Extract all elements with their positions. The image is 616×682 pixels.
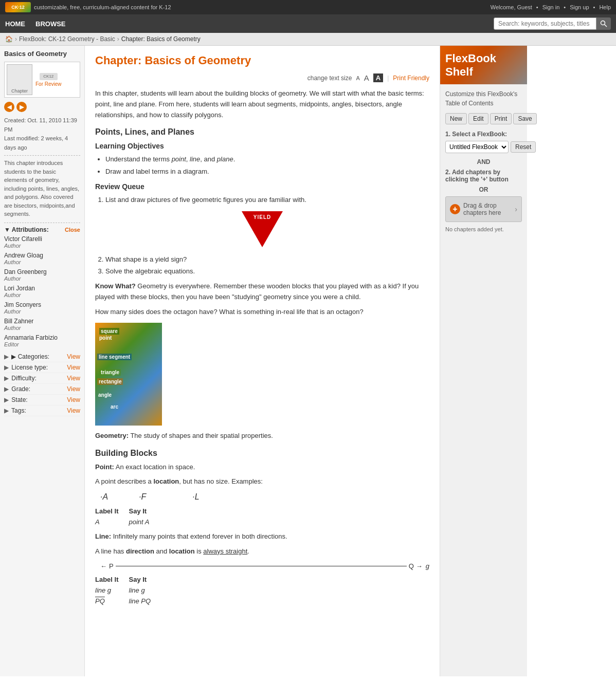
categories-view[interactable]: View	[67, 353, 80, 360]
shelf-reset-button[interactable]: Reset	[511, 141, 536, 153]
flexbook-link[interactable]: FlexBook: CK-12 Geometry - Basic	[19, 35, 115, 43]
sign-in-link[interactable]: Sign in	[542, 4, 560, 10]
difficulty-label: ▶ Difficulty:	[4, 375, 37, 382]
state-view[interactable]: View	[67, 396, 80, 403]
shelf-and-label: AND	[445, 158, 522, 165]
line-say-pq: line PQ	[129, 596, 161, 606]
point-A-label: ·A	[100, 492, 108, 501]
geo-label-rectangle: rectangle	[97, 378, 123, 385]
line-segment	[116, 566, 407, 566]
attributions-label: ▼ Attributions:	[4, 226, 49, 233]
review-queue-list: List and draw pictures of five geometric…	[95, 194, 429, 206]
review-item-1: What shape is a yield sign?	[105, 253, 429, 265]
next-chapter-button[interactable]: ▶	[16, 102, 27, 112]
shelf-drag-area[interactable]: + Drag & drop chapters here ›	[445, 196, 522, 222]
location-bold: location	[153, 477, 179, 485]
line-label-pq: PQ	[95, 596, 129, 606]
line-label-row-g: line g line g	[95, 585, 161, 596]
breadcrumb-sep1: ›	[15, 35, 17, 43]
geo-label-arc: arc	[111, 404, 118, 410]
license-row: ▶ License type: View	[4, 362, 80, 373]
line-say-g: line g	[129, 585, 161, 596]
shelf-new-button[interactable]: New	[445, 113, 467, 124]
search-input[interactable]	[494, 17, 596, 30]
point-A-container: ·A	[100, 492, 108, 502]
text-size-small[interactable]: A	[356, 75, 359, 81]
sidebar-arrows: ◀ ▶	[4, 102, 80, 112]
attributions-section: ▼ Attributions: Close Victor Cifarelli A…	[4, 226, 80, 347]
breadcrumb-current: Chapter: Basics of Geometry	[121, 35, 201, 43]
browse-link[interactable]: BROWSE	[35, 20, 66, 28]
license-view[interactable]: View	[67, 364, 80, 371]
shelf-print-button[interactable]: Print	[490, 113, 512, 124]
attributions-close[interactable]: Close	[65, 227, 80, 233]
yield-sign-container: YIELD	[95, 211, 429, 248]
svg-line-1	[605, 25, 607, 27]
shelf-plus-button[interactable]: +	[450, 204, 460, 214]
line-definition: Line: Infinitely many points that extend…	[95, 531, 429, 542]
always-straight: always straight	[203, 547, 247, 555]
shelf-select[interactable]: Untitled FlexBook	[445, 141, 509, 153]
search-icon	[600, 20, 607, 27]
section1-title: Points, Lines, and Planes	[95, 127, 429, 137]
point-L-container: ·L	[192, 492, 199, 502]
shelf-or-label: OR	[445, 186, 522, 193]
sidebar-meta: Created: Oct. 11, 2010 11:39 PM Last mod…	[4, 116, 80, 152]
shelf-description: Customize this FlexBook's Table of Conte…	[445, 89, 522, 108]
yield-sign-wrapper: YIELD	[242, 211, 283, 248]
chapter-thumb-label: Chapter	[11, 88, 28, 94]
review-queue-title: Review Queue	[95, 182, 429, 191]
prev-chapter-button[interactable]: ◀	[4, 102, 14, 112]
shelf-edit-button[interactable]: Edit	[468, 113, 488, 124]
tags-view[interactable]: View	[67, 407, 80, 414]
shelf-body: Customize this FlexBook's Table of Conte…	[440, 84, 527, 237]
know-what-label: Know What?	[95, 282, 136, 290]
help-link[interactable]: Help	[599, 4, 611, 10]
author-item-1: Andrew Gloag Author	[4, 252, 80, 265]
shelf-header: FlexBookShelf	[440, 46, 527, 84]
sign-up-link[interactable]: Sign up	[570, 4, 589, 10]
home-link[interactable]: HOME	[5, 20, 25, 28]
line-label-row-pq: PQ line PQ	[95, 596, 161, 606]
direction-bold: direction	[126, 547, 154, 555]
geometry-def-text: The study of shapes and their spatial pr…	[130, 432, 273, 439]
author-role-1: Author	[4, 259, 80, 265]
top-bar: CK·12 customizable, free, curriculum-ali…	[0, 0, 616, 14]
line-def-text: Infinitely many points that extend forev…	[113, 532, 287, 540]
line-label-g: line g	[95, 585, 129, 596]
point-def-text: An exact location in space.	[116, 463, 195, 471]
grade-view[interactable]: View	[67, 385, 80, 393]
author-role-4: Author	[4, 308, 80, 315]
logo[interactable]: CK·12	[5, 2, 31, 12]
point-description: A point describes a location, but has no…	[95, 476, 429, 487]
tags-row: ▶ Tags: View	[4, 405, 80, 416]
text-size-bar: change text size A A A | Print Friendly	[95, 73, 429, 82]
print-friendly-link[interactable]: Print Friendly	[393, 75, 429, 82]
shelf-drag-text: Drag & drop chapters here	[463, 202, 512, 216]
review-item-0: List and draw pictures of five geometric…	[105, 194, 429, 206]
learning-objectives-title: Learning Objectives	[95, 142, 429, 150]
geo-label-angle: angle	[98, 392, 112, 398]
sidebar-title: Basics of Geometry	[4, 50, 80, 58]
ck12-logo-small: CK12	[40, 73, 58, 80]
label-it-header: Label It	[95, 506, 129, 517]
author-name-4: Jim Sconyers	[4, 301, 80, 308]
chapter-intro: In this chapter, students will learn abo…	[95, 88, 429, 120]
review-item-2: Solve the algebraic equations.	[105, 265, 429, 277]
difficulty-view[interactable]: View	[67, 375, 80, 382]
ck12-review-label: For Review	[35, 81, 62, 87]
breadcrumb-sep2: ›	[117, 35, 119, 43]
shelf-no-chapters: No chapters added yet.	[445, 226, 522, 232]
shelf-title: FlexBookShelf	[445, 52, 522, 79]
know-what-text: Geometry is everywhere. Remember these w…	[95, 282, 419, 301]
nav-links: HOME BROWSE	[5, 20, 66, 28]
sidebar-divider2	[4, 223, 80, 223]
octagon-question: How many sides does the octagon have? Wh…	[95, 307, 429, 318]
search-button[interactable]	[596, 17, 611, 30]
attributions-header: ▼ Attributions: Close	[4, 226, 80, 233]
point-L-label: ·L	[192, 492, 199, 501]
shelf-save-button[interactable]: Save	[513, 113, 536, 124]
text-size-large[interactable]: A	[364, 73, 369, 82]
home-icon[interactable]: 🏠	[5, 35, 13, 43]
separator3: •	[593, 4, 595, 10]
